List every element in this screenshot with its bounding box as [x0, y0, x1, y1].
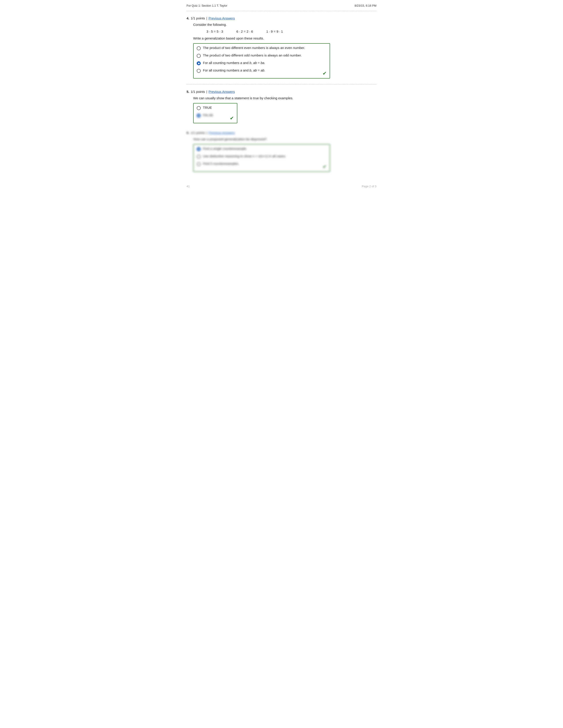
question-6-checkmark: ✔	[323, 164, 327, 170]
math-example-3: 1 · 9 = 9 · 1	[266, 30, 283, 33]
question-4-radio-3[interactable]	[197, 61, 201, 65]
question-4-generalization-prompt: Write a generalization based upon these …	[193, 36, 377, 40]
question-5-header: 5. 1/1 points | Previous Answers	[186, 90, 377, 94]
question-6-text: How can a proposed generalization be dis…	[193, 137, 377, 141]
question-4-option-1[interactable]: The product of two different even number…	[197, 46, 327, 50]
question-4-section: 4. 1/1 points | Previous Answers Conside…	[186, 13, 377, 83]
question-5-option-false[interactable]: FALSE	[197, 113, 234, 118]
question-4-option-3[interactable]: For all counting numbers a and b, ab = b…	[197, 61, 327, 65]
question-5-number: 5.	[186, 90, 189, 94]
top-divider	[186, 11, 377, 11]
question-5-option-false-text: FALSE	[203, 113, 213, 117]
question-5-body: We can usually show that a statement is …	[193, 96, 377, 123]
footer-left: 41	[186, 185, 190, 188]
question-5-answer-box: TRUE FALSE ✔	[193, 103, 237, 123]
question-4-answer-box: The product of two different even number…	[193, 43, 330, 79]
question-5-option-true-text: TRUE	[203, 106, 212, 109]
question-4-radio-4[interactable]	[197, 69, 201, 73]
question-5-checkmark: ✔	[230, 115, 234, 121]
question-6-answer-box: Find a single counterexample. Use deduct…	[193, 144, 330, 172]
question-5-radio-false[interactable]	[197, 114, 201, 118]
question-6-option-1-text: Find a single counterexample.	[203, 147, 247, 150]
question-4-option-4[interactable]: For all counting numbers a and b, ab = a…	[197, 68, 327, 73]
question-6-radio-2	[197, 155, 201, 159]
question-4-number: 4.	[186, 16, 189, 20]
question-6-option-1: Find a single counterexample.	[197, 147, 327, 151]
math-example-1: 3 · 5 = 5 · 3	[206, 30, 223, 33]
question-6-option-2: Use deductive reasoning to show n + n(n+…	[197, 154, 327, 159]
question-5-separator: |	[206, 90, 207, 94]
question-6-body: How can a proposed generalization be dis…	[193, 137, 377, 172]
question-6-option-3-text: Find 5 counterexamples.	[203, 162, 239, 165]
question-4-option-1-text: The product of two different even number…	[203, 46, 305, 50]
question-6-option-2-text: Use deductive reasoning to show n + n(n+…	[203, 154, 286, 158]
question-6-section: 6. 1/1 points | Previous Answers How can…	[186, 127, 377, 176]
question-4-option-4-text: For all counting numbers a and b, ab = a…	[203, 68, 265, 72]
question-4-header: 4. 1/1 points | Previous Answers	[186, 16, 377, 20]
header-right: 8/23/15, 6:16 PM	[355, 4, 377, 7]
question-6-option-3: Find 5 counterexamples.	[197, 162, 327, 166]
header-left: For Quiz 1: Section 1.1 T. Taylor	[186, 4, 227, 7]
question-6-radio-3	[197, 162, 201, 166]
question-5-text: We can usually show that a statement is …	[193, 96, 377, 100]
question-6-points: 1/1 points	[191, 131, 205, 135]
page-header: For Quiz 1: Section 1.1 T. Taylor 8/23/1…	[186, 2, 377, 9]
question-5-points: 1/1 points	[191, 90, 205, 94]
question-4-radio-1[interactable]	[197, 46, 201, 50]
question-6-radio-1	[197, 147, 201, 151]
question-5-radio-true[interactable]	[197, 106, 201, 110]
question-4-option-3-text: For all counting numbers a and b, ab = b…	[203, 61, 265, 65]
question-4-option-2-text: The product of two different odd numbers…	[203, 53, 302, 57]
question-6-number: 6.	[186, 131, 189, 135]
page-footer: 41 Page 2 of 3	[186, 182, 377, 190]
question-5-prev-answers-link[interactable]: Previous Answers	[208, 90, 235, 94]
question-4-text: Consider the following.	[193, 23, 377, 26]
question-5-option-true[interactable]: TRUE	[197, 106, 234, 110]
question-4-checkmark: ✔	[323, 71, 327, 76]
footer-right: Page 2 of 3	[362, 185, 377, 188]
question-4-radio-2[interactable]	[197, 54, 201, 58]
question-6-separator: |	[206, 131, 207, 135]
question-4-body: Consider the following. 3 · 5 = 5 · 3 6 …	[193, 23, 377, 79]
math-example-2: 6 · 2 = 2 · 6	[236, 30, 253, 33]
question-5-section: 5. 1/1 points | Previous Answers We can …	[186, 86, 377, 127]
question-4-option-2[interactable]: The product of two different odd numbers…	[197, 53, 327, 58]
question-6-prev-answers-link: Previous Answers	[208, 131, 235, 135]
question-4-math: 3 · 5 = 5 · 3 6 · 2 = 2 · 6 1 · 9 = 9 · …	[206, 30, 377, 33]
question-4-prev-answers-link[interactable]: Previous Answers	[208, 16, 235, 20]
question-4-points: 1/1 points	[191, 16, 205, 20]
question-6-header: 6. 1/1 points | Previous Answers	[186, 131, 377, 135]
question-4-separator: |	[206, 16, 207, 20]
